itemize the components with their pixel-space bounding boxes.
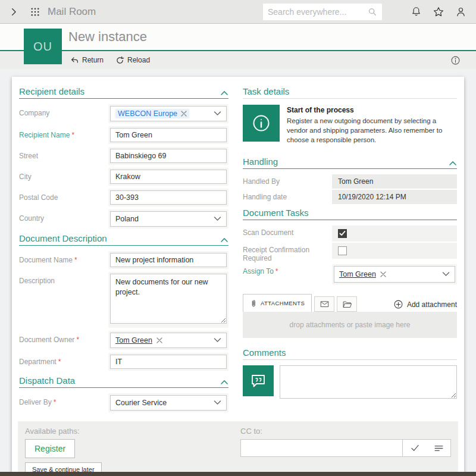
tab-folder-attachments[interactable] — [337, 296, 357, 312]
street-label: Street — [19, 147, 108, 160]
recipient-name-input[interactable] — [110, 128, 227, 142]
section-document-description: Document Description — [19, 233, 228, 246]
field-postal-code: Postal Code — [19, 189, 228, 206]
top-bar: Mail Room — [0, 0, 476, 24]
field-document-name: Document Name* — [19, 251, 228, 269]
company-select[interactable]: WEBCON Europe — [110, 106, 227, 121]
reload-icon — [115, 56, 124, 65]
recipient-name-label: Recipient Name* — [19, 126, 108, 139]
tab-attachments[interactable]: ATTACHMENTS — [243, 294, 312, 312]
comment-bubble-icon — [243, 365, 274, 396]
cc-to-label: CC to: — [240, 427, 451, 436]
title-band: New instance — [0, 24, 476, 50]
field-handling-date: Handling date 10/19/2020 12:14 PM — [243, 190, 457, 204]
cc-to-box — [240, 439, 451, 457]
receipt-confirmation-checkbox[interactable] — [338, 246, 347, 255]
confirm-check-icon[interactable] — [403, 440, 427, 456]
task-description: Start of the process Register a new outg… — [287, 105, 457, 145]
deliver-by-label: Deliver By* — [19, 393, 108, 406]
chevron-down-icon — [214, 400, 221, 405]
section-dispatch-data: Dispatch Data — [19, 375, 228, 388]
section-document-tasks: Document Tasks — [243, 208, 457, 220]
receipt-confirmation-label: Receipt Confirmation Required — [243, 243, 332, 262]
register-button[interactable]: Register — [25, 439, 75, 458]
department-label: Department* — [19, 353, 108, 366]
collapse-chevron-up-icon[interactable] — [221, 380, 228, 386]
search-box[interactable] — [263, 4, 382, 20]
assign-to-select[interactable]: Tom Green — [334, 266, 455, 283]
collapse-chevron-up-icon[interactable] — [221, 237, 228, 243]
chevron-down-icon — [214, 217, 221, 221]
field-scan-document: Scan Document — [243, 226, 457, 242]
handled-by-value: Tom Green — [332, 174, 457, 189]
reload-button[interactable]: Reload — [115, 56, 150, 65]
city-input[interactable] — [110, 170, 227, 184]
handling-date-label: Handling date — [243, 190, 332, 201]
tab-email-attachments[interactable] — [314, 296, 334, 312]
favorites-star-icon[interactable] — [433, 6, 444, 18]
search-icon[interactable] — [368, 7, 377, 17]
app-title: Mail Room — [48, 6, 96, 18]
comments-textarea[interactable] — [280, 365, 457, 399]
field-description: Description — [19, 272, 228, 328]
document-name-label: Document Name* — [19, 251, 108, 264]
postal-code-input[interactable] — [110, 190, 227, 205]
document-owner-select[interactable]: Tom Green — [110, 333, 227, 348]
task-info-panel: Start of the process Register a new outg… — [243, 105, 457, 145]
postal-code-label: Postal Code — [19, 189, 108, 202]
field-company: Company WEBCON Europe — [19, 104, 228, 123]
apps-grid-icon[interactable] — [30, 7, 40, 17]
notifications-bell-icon[interactable] — [411, 6, 422, 17]
info-icon[interactable] — [450, 55, 461, 65]
field-receipt-confirmation: Receipt Confirmation Required — [243, 243, 457, 262]
collapse-chevron-up-icon[interactable] — [449, 161, 457, 167]
person-link[interactable]: Tom Green — [115, 336, 152, 345]
field-handled-by: Handled By Tom Green — [243, 174, 457, 189]
attachments-dropzone[interactable]: drop attachments or paste image here — [243, 312, 457, 338]
field-assign-to: Assign To* Tom Green — [243, 264, 457, 284]
folder-icon — [342, 300, 352, 309]
description-label: Description — [19, 272, 108, 285]
return-arrow-icon — [70, 56, 79, 65]
expand-nav-icon[interactable] — [8, 7, 19, 17]
collapse-chevron-up-icon[interactable] — [221, 90, 228, 96]
chevron-down-icon — [214, 338, 221, 343]
remove-icon[interactable] — [156, 337, 162, 343]
add-attachment-button[interactable]: Add attachment — [393, 299, 457, 312]
toolbar: Return Reload — [0, 51, 476, 69]
company-label: Company — [19, 104, 108, 117]
document-owner-label: Document Owner* — [19, 331, 108, 344]
field-city: City — [19, 168, 228, 186]
scan-document-checkbox[interactable] — [338, 229, 347, 238]
cc-to-input[interactable] — [241, 440, 403, 456]
search-input[interactable] — [268, 7, 368, 17]
envelope-icon — [320, 300, 330, 308]
plus-circle-icon — [393, 299, 403, 309]
section-comments: Comments — [243, 347, 457, 360]
handled-by-label: Handled By — [243, 174, 332, 186]
field-street: Street — [19, 147, 228, 165]
remove-icon[interactable] — [380, 271, 386, 277]
person-link[interactable]: Tom Green — [339, 270, 376, 278]
section-handling: Handling — [243, 156, 457, 169]
return-button[interactable]: Return — [70, 56, 104, 65]
document-name-input[interactable] — [110, 253, 227, 267]
deliver-by-select[interactable]: Courier Service — [110, 395, 227, 411]
description-textarea[interactable] — [110, 274, 227, 324]
bottom-bar — [0, 472, 476, 476]
action-footer: Available paths: Register Save & continu… — [18, 421, 458, 476]
address-book-menu-icon[interactable] — [427, 440, 450, 456]
process-avatar: OU — [24, 29, 62, 64]
department-input[interactable] — [110, 355, 227, 369]
task-title: Start of the process — [287, 105, 457, 115]
street-input[interactable] — [110, 149, 227, 163]
section-task-details: Task details — [243, 86, 457, 99]
user-profile-icon[interactable] — [455, 6, 466, 17]
scan-document-label: Scan Document — [243, 226, 332, 237]
country-select[interactable]: Poland — [110, 211, 227, 227]
field-document-owner: Document Owner* Tom Green — [19, 331, 228, 350]
remove-icon[interactable] — [181, 111, 187, 117]
field-country: Country Poland — [19, 209, 228, 228]
info-circle-icon — [243, 105, 280, 142]
field-recipient-name: Recipient Name* — [19, 126, 228, 144]
